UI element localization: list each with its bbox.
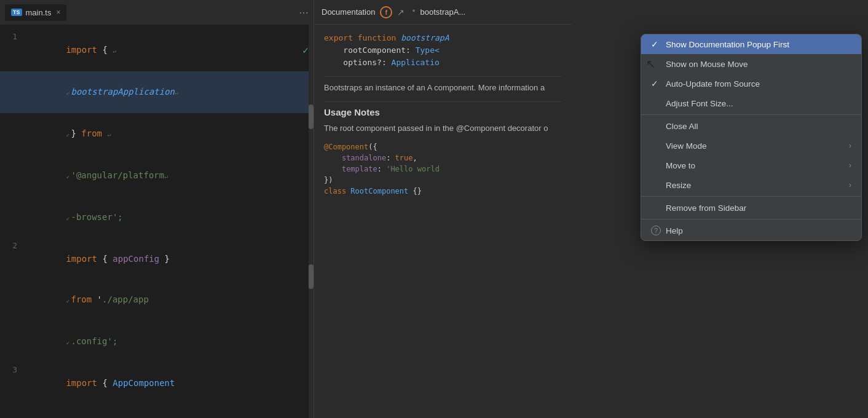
tab-filename: main.ts [26, 8, 52, 17]
check-placeholder-remove [651, 203, 661, 213]
menu-label-help: Help [666, 226, 683, 235]
menu-label-adjust-font-size: Adjust Font Size... [666, 99, 733, 108]
doc-code-signature: export function bootstrapA rootComponent… [324, 32, 562, 69]
doc-content: export function bootstrapA rootComponent… [314, 25, 572, 418]
doc-icon-f: f [380, 6, 392, 18]
editor-tab-main-ts[interactable]: TS main.ts × [5, 4, 66, 21]
line-content-1e: ↙-browser'; [25, 197, 314, 239]
menu-label-close-all: Close All [666, 122, 698, 131]
menu-item-help[interactable]: ? Help [641, 221, 861, 240]
code-line-2b: ↙from './app/app [0, 279, 314, 321]
code-line-1c: ↙} from ↵ [0, 113, 314, 155]
menu-label-resize: Resize [666, 181, 691, 190]
code-line-3b: ↙} from './app/app [0, 403, 314, 418]
menu-separator-2 [641, 196, 861, 197]
doc-panel-title: Documentation [322, 7, 375, 17]
doc-separator-1 [324, 76, 562, 77]
line-content-1b: ↙bootstrapApplication↵ [25, 71, 314, 113]
line-content-1d: ↙'@angular/platform↵ [25, 155, 314, 197]
code-line-1d: ↙'@angular/platform↵ [0, 155, 314, 197]
submenu-arrow-move-to: › [849, 161, 851, 170]
code-line-1b: ↙bootstrapApplication↵ [0, 71, 314, 113]
menu-item-auto-update[interactable]: ✓ Auto-Update from Source [641, 74, 861, 93]
code-line-1: 1 import { ↵ ✓ [0, 30, 314, 71]
checkmark-icon: ✓ [302, 44, 309, 57]
editor-container: TS main.ts × ⋯ 1 import { ↵ ✓ ↙bootstrap… [0, 0, 314, 418]
menu-label-show-documentation-popup: Show Documentation Popup First [666, 40, 789, 49]
tab-close-button[interactable]: × [56, 8, 60, 17]
menu-separator-1 [641, 114, 861, 115]
line-content-3b: ↙} from './app/app [25, 403, 314, 418]
check-placeholder-view [651, 141, 661, 151]
menu-item-resize[interactable]: Resize › [641, 175, 861, 195]
cursor-pointer-icon: ↖ [646, 57, 655, 71]
menu-item-view-mode[interactable]: View Mode › [641, 136, 861, 156]
external-link-icon[interactable]: ↗ [397, 7, 404, 17]
check-placeholder-resize [651, 180, 661, 190]
checkmark-show-doc: ✓ [651, 39, 661, 49]
doc-separator-2 [324, 101, 562, 102]
menu-label-remove-from-sidebar: Remove from Sidebar [666, 203, 746, 213]
menu-item-move-to[interactable]: Move to › [641, 156, 861, 175]
code-line-3: 3 import { AppComponent [0, 363, 314, 403]
tab-more-button[interactable]: ⋯ [299, 7, 309, 18]
submenu-arrow-view-mode: › [849, 141, 851, 150]
doc-usage-title: Usage Notes [324, 107, 562, 117]
check-placeholder-move [651, 160, 661, 170]
doc-header: Documentation f ↗ * bootstrapA... [314, 0, 572, 25]
menu-label-move-to: Move to [666, 161, 695, 170]
editor-scrollbar[interactable] [309, 25, 314, 418]
check-placeholder-close [651, 121, 661, 131]
submenu-arrow-resize: › [849, 181, 851, 189]
checkmark-auto-update: ✓ [651, 79, 661, 89]
line-number-2: 2 [0, 239, 25, 253]
check-placeholder-font [651, 98, 661, 108]
doc-modified-indicator: * [412, 7, 415, 17]
line-content-2c: ↙.config'; [25, 321, 314, 363]
help-question-icon: ? [651, 226, 661, 235]
doc-description: Bootstraps an instance of an A component… [324, 82, 562, 94]
menu-item-show-on-mouse-move[interactable]: Show on Mouse Move ↖ [641, 54, 861, 74]
tab-bar: TS main.ts × ⋯ [0, 0, 314, 25]
code-line-2c: ↙.config'; [0, 321, 314, 363]
line-number-1: 1 [0, 30, 25, 44]
code-editor[interactable]: 1 import { ↵ ✓ ↙bootstrapApplication↵ ↙}… [0, 25, 314, 418]
code-line-1e: ↙-browser'; [0, 197, 314, 239]
menu-item-show-documentation-popup[interactable]: ✓ Show Documentation Popup First [641, 34, 861, 54]
menu-item-remove-from-sidebar[interactable]: Remove from Sidebar [641, 198, 861, 218]
doc-panel: Documentation f ↗ * bootstrapA... export… [314, 0, 572, 418]
line-content-1: import { ↵ [25, 30, 314, 71]
menu-separator-3 [641, 219, 861, 219]
doc-tab-name: bootstrapA... [420, 7, 466, 17]
menu-item-close-all[interactable]: Close All [641, 116, 861, 136]
scrollbar-thumb-1[interactable] [309, 104, 314, 129]
menu-label-show-on-mouse-move: Show on Mouse Move [666, 60, 748, 69]
menu-label-auto-update: Auto-Update from Source [666, 79, 760, 89]
line-content-1c: ↙} from ↵ [25, 113, 314, 155]
line-content-2: import { appConfig } [25, 239, 314, 279]
code-line-2: 2 import { appConfig } [0, 239, 314, 279]
menu-label-view-mode: View Mode [666, 141, 707, 151]
line-content-2b: ↙from './app/app [25, 279, 314, 321]
line-content-3: import { AppComponent [25, 363, 314, 403]
typescript-icon: TS [11, 9, 22, 16]
scrollbar-thumb-2[interactable] [309, 264, 314, 289]
line-number-3: 3 [0, 363, 25, 377]
context-menu: ✓ Show Documentation Popup First Show on… [641, 34, 862, 241]
doc-code-block: @Component({ standalone: true, template:… [324, 141, 562, 197]
doc-usage-text: The root component passed in in the @Com… [324, 122, 562, 135]
menu-item-adjust-font-size[interactable]: Adjust Font Size... [641, 93, 861, 113]
